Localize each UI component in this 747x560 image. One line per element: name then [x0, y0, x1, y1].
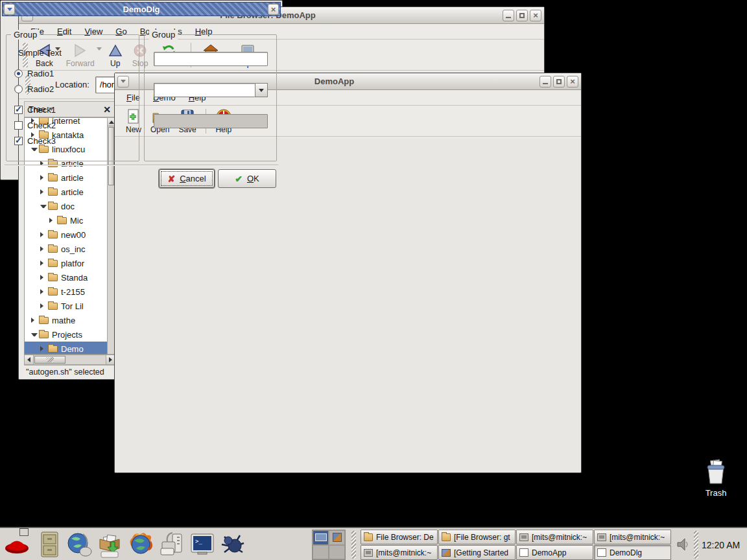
group-label: Group	[149, 30, 178, 40]
folder-icon	[364, 533, 373, 541]
task-terminal-2[interactable]: [mits@mitnick:~	[516, 530, 593, 544]
minimize-button[interactable]	[503, 10, 514, 21]
check1-option[interactable]: Check1	[14, 105, 56, 115]
check2-option[interactable]: Check2	[14, 121, 56, 130]
scroll-right-button[interactable]	[106, 355, 115, 364]
mozilla-browser-launcher[interactable]	[126, 530, 154, 559]
terminal-launcher[interactable]: >_	[188, 530, 217, 559]
checkbox-unchecked-icon[interactable]	[14, 121, 23, 130]
globe-mouse-icon	[65, 531, 93, 558]
file-manager-launcher[interactable]	[35, 530, 64, 559]
combo-box[interactable]	[154, 83, 268, 97]
task-demodlg[interactable]: DemoDlg	[594, 545, 671, 560]
expander-icon[interactable]	[40, 261, 47, 266]
tree-item[interactable]: mathe	[25, 313, 107, 327]
close-button[interactable]: ×	[268, 4, 279, 15]
printer-launcher[interactable]	[157, 530, 185, 559]
ok-button[interactable]: ✔ OK	[218, 169, 276, 188]
expander-icon[interactable]	[49, 218, 56, 223]
task-file-browser-2[interactable]: [File Browser: gt	[438, 530, 516, 544]
close-button[interactable]: ×	[567, 76, 578, 88]
tree-item-selected[interactable]: Demo	[25, 342, 107, 355]
tree-item[interactable]: platfor	[25, 256, 107, 270]
task-demoapp[interactable]: DemoApp	[516, 545, 593, 560]
folder-icon	[48, 288, 58, 296]
maximize-button[interactable]	[553, 76, 565, 88]
bug-icon	[218, 531, 246, 557]
workspace-4[interactable]	[329, 545, 345, 560]
radio2-option[interactable]: Radio2	[14, 84, 54, 94]
demodlg-titlebar[interactable]: DemoDlg ×	[2, 2, 281, 16]
window-icon	[442, 549, 451, 557]
expander-icon[interactable]	[40, 275, 47, 280]
tree-item[interactable]: new00	[25, 228, 107, 242]
folder-icon	[48, 274, 58, 281]
cancel-button[interactable]: ✘ Cancel	[159, 169, 215, 188]
terminal-icon	[519, 533, 528, 541]
web-browser-launcher[interactable]	[65, 530, 93, 559]
workspace-2[interactable]	[329, 530, 345, 545]
expander-icon[interactable]	[40, 232, 47, 237]
trash-desktop-icon[interactable]: Trash	[696, 459, 735, 498]
text-input[interactable]	[154, 52, 268, 66]
maximize-button[interactable]	[516, 10, 528, 21]
desktop: File Browser: DemoApp × File Edit View G…	[0, 0, 747, 560]
combo-dropdown-button[interactable]	[255, 83, 268, 97]
window-list: File Browser: De [mits@mitnick:~ [File B…	[361, 530, 671, 560]
task-file-browser[interactable]: File Browser: De	[361, 530, 438, 544]
radio-unselected-icon[interactable]	[14, 85, 23, 93]
checkbox-checked-icon[interactable]	[14, 106, 23, 114]
task-getting-started[interactable]: [Getting Started	[438, 545, 516, 560]
scroll-left-button[interactable]	[25, 355, 34, 364]
folder-icon	[48, 260, 58, 267]
bug-reporter-launcher[interactable]	[218, 530, 246, 559]
task-terminal[interactable]: [mits@mitnick:~	[361, 545, 438, 560]
radio-selected-icon[interactable]	[14, 69, 23, 78]
tree-item[interactable]: Mic	[25, 213, 107, 228]
window-menu-button[interactable]	[4, 4, 15, 15]
tree-item[interactable]: Tor Lil	[25, 299, 107, 313]
tree-item[interactable]: t-2155	[25, 285, 107, 299]
dialog-title: DemoDlg	[16, 5, 267, 14]
expander-icon[interactable]	[40, 346, 47, 351]
cancel-x-icon: ✘	[167, 174, 175, 183]
tree-item[interactable]: Projects	[25, 327, 107, 342]
globe-fire-icon	[126, 530, 154, 559]
combo-input[interactable]	[154, 83, 255, 97]
package-manager-launcher[interactable]	[95, 530, 123, 559]
minimize-icon	[543, 83, 548, 84]
expander-icon[interactable]	[31, 318, 38, 323]
workspace-1-active[interactable]	[313, 530, 329, 545]
maximize-icon	[519, 13, 525, 18]
alert-icon[interactable]	[20, 529, 28, 535]
checkbox-checked-icon[interactable]	[14, 137, 23, 145]
folder-icon	[48, 246, 58, 253]
task-terminal-3[interactable]: [mits@mitnick:~	[594, 530, 671, 544]
expander-icon[interactable]	[40, 205, 47, 208]
check3-option[interactable]: Check3	[14, 136, 56, 146]
tasklist-grip[interactable]	[351, 531, 356, 559]
tree-item[interactable]: Standa	[25, 270, 107, 285]
folder-icon	[48, 303, 58, 310]
expander-icon[interactable]	[31, 333, 38, 336]
chevron-down-icon	[7, 8, 12, 11]
maximize-icon	[556, 79, 562, 84]
minimize-button[interactable]	[540, 76, 551, 88]
expander-icon[interactable]	[40, 289, 47, 294]
expander-icon[interactable]	[40, 303, 47, 309]
workspace-3[interactable]	[313, 545, 329, 560]
clock-grip[interactable]	[694, 531, 698, 559]
tree-item[interactable]: os_inc	[25, 242, 107, 256]
radio1-option[interactable]: Radio1	[14, 69, 54, 78]
left-group-box: Group Simple Text Radio1 Radio2 Check1 C…	[6, 34, 139, 161]
expander-icon[interactable]	[40, 246, 47, 251]
demodlg-dialog: DemoDlg × Group Simple Text Radio1 Radio…	[0, 0, 283, 180]
volume-control[interactable]	[676, 537, 690, 552]
tree-item[interactable]: article	[25, 185, 107, 199]
close-button[interactable]: ×	[530, 10, 541, 21]
tree-horizontal-scrollbar[interactable]	[24, 355, 115, 365]
folder-icon	[48, 345, 58, 353]
expander-icon[interactable]	[40, 189, 47, 194]
scroll-thumb[interactable]	[34, 356, 65, 364]
tree-item[interactable]: doc	[25, 199, 107, 213]
